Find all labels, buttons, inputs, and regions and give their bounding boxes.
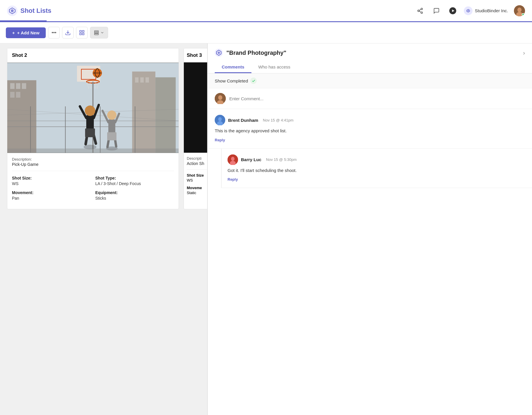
shot-2-details: Description: Pick-Up Game Shot Size: WS … [7, 153, 179, 209]
current-user-avatar [215, 93, 226, 104]
svg-rect-15 [82, 31, 84, 32]
share-icon-button[interactable] [415, 6, 425, 16]
svg-point-74 [218, 95, 222, 100]
shot-3-desc-label: Descripti [187, 156, 207, 161]
shot-3-number: Shot 3 [187, 52, 202, 58]
shot-type-label: Shot Type: [95, 176, 174, 180]
svg-point-1 [11, 9, 14, 12]
play-icon-button[interactable] [448, 6, 458, 16]
comment-item-brent: Brent Dunham Nov 15 @ 4:41pm This is the… [208, 109, 532, 149]
shot-card-3-partial: Shot 3 Descripti Action Sh Shot Size WS … [184, 48, 207, 209]
more-options-button[interactable]: ••• [48, 27, 60, 38]
shot-size-label: Shot Size: [12, 176, 91, 180]
studio-binder-button[interactable]: StudioBinder Inc. [464, 6, 508, 15]
svg-point-4 [421, 12, 423, 13]
shot-3-movement-field: Moveme Static [187, 186, 207, 195]
svg-line-6 [419, 9, 421, 10]
brent-avatar-image [215, 115, 225, 125]
more-dots-icon: ••• [52, 30, 57, 35]
svg-rect-31 [145, 77, 149, 82]
shot-2-detail-grid: Shot Size: WS Shot Type: LA / 3-Shot / D… [12, 176, 174, 186]
show-completed-check [250, 78, 257, 84]
brent-avatar [215, 115, 225, 125]
app-header: Shot Lists [0, 0, 532, 22]
svg-point-11 [517, 8, 522, 12]
svg-point-9 [468, 10, 469, 11]
comment-input-field[interactable] [229, 96, 525, 101]
equipment-field: Equipment: Sticks [95, 190, 174, 201]
grid-view-button[interactable] [76, 27, 88, 38]
panel-tabs: Comments Who has access [215, 61, 525, 73]
brent-timestamp: Nov 15 @ 4:41pm [263, 118, 293, 122]
comments-panel: "Brand Photography" › Comments Who has a… [207, 43, 532, 415]
svg-point-68 [107, 110, 117, 120]
header-right: StudioBinder Inc. [415, 5, 525, 16]
dropdown-chevron-icon [100, 31, 104, 35]
tab-who-has-access[interactable]: Who has access [251, 61, 297, 73]
barry-avatar [228, 154, 238, 165]
comments-tab-label: Comments [222, 64, 244, 69]
svg-rect-18 [95, 31, 99, 32]
checkmark-icon [252, 79, 256, 83]
header-left: Shot Lists [7, 6, 51, 16]
main-layout: Shot 2 [0, 43, 532, 415]
description-value: Pick-Up Game [12, 162, 174, 167]
import-icon-button[interactable] [62, 27, 74, 38]
svg-rect-24 [16, 83, 20, 89]
svg-point-72 [218, 52, 220, 54]
shot-3-size-value: WS [187, 178, 193, 182]
comment-input-area [208, 88, 532, 109]
barry-reply-button[interactable]: Reply [228, 177, 238, 182]
shot-2-detail-grid-2: Movement: Pan Equipment: Sticks [12, 190, 174, 201]
svg-rect-25 [22, 83, 26, 89]
svg-rect-70 [7, 149, 179, 153]
brent-author: Brent Dunham [228, 118, 258, 123]
comment-icon-button[interactable] [431, 6, 442, 16]
shot-type-value: LA / 3-Shot / Deep Focus [95, 181, 141, 186]
view-dropdown-button[interactable] [90, 27, 108, 38]
brand-title-text: "Brand Photography" [226, 50, 286, 56]
shot-3-size-field: Shot Size WS [187, 173, 207, 183]
comment-brent-header: Brent Dunham Nov 15 @ 4:41pm [215, 115, 525, 125]
barry-timestamp: Nov 15 @ 5:30pm [266, 157, 297, 162]
svg-rect-14 [80, 31, 82, 32]
comments-list: Brent Dunham Nov 15 @ 4:41pm This is the… [208, 109, 532, 415]
svg-point-80 [231, 157, 235, 161]
svg-point-60 [85, 105, 95, 116]
add-new-plus: + [12, 30, 15, 35]
show-completed-bar[interactable]: Show Completed [208, 73, 532, 88]
who-has-access-tab-label: Who has access [258, 64, 290, 69]
user-avatar[interactable] [514, 5, 525, 16]
add-new-button[interactable]: + + Add New [6, 27, 46, 38]
svg-rect-61 [85, 129, 95, 137]
show-completed-text: Show Completed [215, 78, 248, 83]
shot-size-field: Shot Size: WS [12, 176, 91, 186]
barry-author: Barry Luc [241, 157, 261, 162]
brand-logo-icon [215, 49, 223, 57]
svg-rect-69 [107, 132, 117, 140]
svg-point-3 [418, 10, 420, 12]
brent-reply-button[interactable]: Reply [215, 138, 225, 142]
svg-rect-29 [135, 77, 139, 82]
app-logo-icon [7, 6, 17, 16]
svg-rect-55 [86, 115, 94, 130]
tab-comments[interactable]: Comments [215, 61, 251, 73]
svg-line-5 [419, 11, 421, 12]
shot-list-panel: Shot 2 [0, 43, 207, 415]
svg-rect-17 [82, 33, 84, 35]
shot-3-movement-label: Moveme [187, 186, 207, 190]
svg-rect-28 [132, 71, 156, 153]
shot-3-details-partial: Descripti Action Sh Shot Size WS Moveme … [184, 153, 207, 199]
svg-rect-26 [10, 92, 15, 98]
svg-rect-22 [7, 80, 36, 153]
svg-rect-19 [95, 32, 99, 34]
movement-label: Movement: [12, 190, 91, 195]
current-user-avatar-image [215, 93, 226, 104]
studio-binder-logo [464, 6, 473, 15]
description-label: Description: [12, 157, 174, 161]
shot-3-image [184, 62, 207, 153]
comment-item-barry: Barry Luc Nov 15 @ 5:30pm Got it. I'll s… [221, 149, 532, 188]
toolbar: + + Add New ••• [0, 22, 532, 43]
equipment-value: Sticks [95, 196, 106, 201]
panel-collapse-icon[interactable]: › [523, 50, 525, 56]
